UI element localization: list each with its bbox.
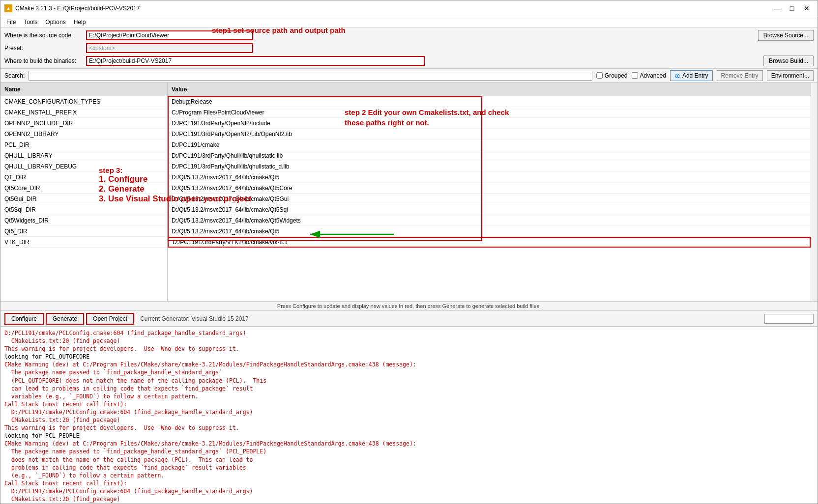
build-row: Where to build the binaries: Browse Buil… bbox=[4, 56, 814, 66]
table-row-value-8[interactable]: D:/Qt/5.13.2/msvc2017_64/lib/cmake/Qt5Co… bbox=[168, 183, 811, 194]
table-row-name-4[interactable]: PCL_DIR bbox=[0, 140, 167, 150]
table-row-value-7[interactable]: D:/Qt/5.13.2/msvc2017_64/lib/cmake/Qt5 bbox=[168, 172, 811, 183]
output-line: can lead to problems in calling code tha… bbox=[4, 385, 814, 392]
grouped-checkbox-group: Grouped bbox=[596, 72, 628, 79]
browse-source-button[interactable]: Browse Source... bbox=[758, 30, 814, 41]
build-input[interactable] bbox=[86, 56, 425, 66]
output-line: variables (e.g., `_FOUND`) to follow a c… bbox=[4, 392, 814, 400]
preset-row: Preset: bbox=[4, 43, 814, 54]
output-search-input[interactable] bbox=[764, 314, 814, 324]
output-line: CMake Warning (dev) at C:/Program Files/… bbox=[4, 440, 814, 448]
add-icon: ⊕ bbox=[674, 72, 680, 80]
table-row-name-8[interactable]: Qt5Core_DIR bbox=[0, 183, 167, 194]
app-icon: ▲ bbox=[4, 4, 12, 12]
maximize-button[interactable]: □ bbox=[785, 3, 799, 14]
build-label: Where to build the binaries: bbox=[4, 57, 83, 64]
source-row: Where is the source code: Browse Source.… bbox=[4, 30, 814, 41]
environment-button[interactable]: Environment... bbox=[767, 70, 814, 81]
title-bar-left: ▲ CMake 3.21.3 - E:/QtProject/build-PCV-… bbox=[4, 4, 140, 12]
output-line: Call Stack (most recent call first): bbox=[4, 479, 814, 487]
generator-label: Current Generator: Visual Studio 15 2017 bbox=[140, 315, 249, 322]
table-row-value-2[interactable]: D:/PCL191/3rdParty/OpenNI2/Include bbox=[168, 118, 811, 129]
remove-entry-button[interactable]: Remove Entry bbox=[717, 70, 763, 81]
main-area: Name CMAKE_CONFIGURATION_TYPESCMAKE_INST… bbox=[0, 83, 818, 504]
table-row-value-1[interactable]: C:/Program Files/PointCloudViewer bbox=[168, 107, 811, 118]
output-line: CMakeLists.txt:20 (find_package) bbox=[4, 337, 814, 345]
table-row-value-4[interactable]: D:/PCL191/cmake bbox=[168, 140, 811, 150]
output-line: (PCL_OUTOFCORE) does not match the name … bbox=[4, 377, 814, 385]
status-bar: Press Configure to update and display ne… bbox=[0, 301, 818, 311]
bottom-toolbar: Configure Generate Open Project Current … bbox=[0, 311, 818, 327]
output-line: CMakeLists.txt:20 (find_package) bbox=[4, 495, 814, 503]
output-area: D:/PCL191/cmake/PCLConfig.cmake:604 (fin… bbox=[0, 327, 818, 504]
table-row-name-2[interactable]: OPENNI2_INCLUDE_DIR bbox=[0, 118, 167, 129]
window-title: CMake 3.21.3 - E:/QtProject/build-PCV-VS… bbox=[15, 5, 140, 12]
toolbar: Where is the source code: Browse Source.… bbox=[0, 28, 818, 69]
table-row-name-12[interactable]: Qt5_DIR bbox=[0, 226, 167, 237]
table-row-name-1[interactable]: CMAKE_INSTALL_PREFIX bbox=[0, 107, 167, 118]
table-row-value-9[interactable]: D:/Qt/5.13.2/msvc2017_64/lib/cmake/Qt5Gu… bbox=[168, 194, 811, 204]
output-line: does not match the name of the calling p… bbox=[4, 456, 814, 464]
table-row-name-13[interactable]: VTK_DIR bbox=[0, 237, 167, 248]
menu-tools[interactable]: Tools bbox=[20, 18, 41, 27]
table-row-value-12[interactable]: D:/Qt/5.13.2/msvc2017_64/lib/cmake/Qt5 bbox=[168, 226, 811, 237]
table-row-value-13[interactable]: D:/PCL191/3rdParty/VTK2/lib/cmake/vtk-8.… bbox=[168, 237, 811, 248]
table-row-value-11[interactable]: D:/Qt/5.13.2/msvc2017_64/lib/cmake/Qt5Wi… bbox=[168, 215, 811, 226]
name-header: Name bbox=[0, 83, 167, 96]
value-list: Debug;ReleaseC:/Program Files/PointCloud… bbox=[168, 96, 811, 301]
output-line: CMakeLists.txt:20 (find_package) bbox=[4, 416, 814, 424]
output-line: This warning is for project developers. … bbox=[4, 503, 814, 504]
preset-label: Preset: bbox=[4, 45, 83, 52]
open-project-button[interactable]: Open Project bbox=[86, 313, 134, 325]
output-line: The package name passed to `find_package… bbox=[4, 368, 814, 376]
configure-button[interactable]: Configure bbox=[4, 313, 44, 325]
grouped-label: Grouped bbox=[605, 72, 628, 79]
value-header: Value bbox=[168, 83, 811, 96]
grouped-checkbox[interactable] bbox=[596, 72, 603, 79]
search-bar: Search: Grouped Advanced ⊕ Add Entry Rem… bbox=[0, 69, 818, 83]
advanced-checkbox[interactable] bbox=[632, 72, 638, 79]
minimize-button[interactable]: — bbox=[770, 3, 784, 14]
source-input[interactable] bbox=[86, 30, 253, 40]
name-list: CMAKE_CONFIGURATION_TYPESCMAKE_INSTALL_P… bbox=[0, 96, 167, 301]
table-row-value-10[interactable]: D:/Qt/5.13.2/msvc2017_64/lib/cmake/Qt5Sq… bbox=[168, 204, 811, 215]
output-line: looking for PCL_PEOPLE bbox=[4, 432, 814, 440]
table-row-value-3[interactable]: D:/PCL191/3rdParty/OpenNI2/Lib/OpenNI2.l… bbox=[168, 129, 811, 140]
output-line: The package name passed to `find_package… bbox=[4, 448, 814, 455]
search-input[interactable] bbox=[29, 71, 592, 81]
output-line: D:/PCL191/cmake/PCLConfig.cmake:604 (fin… bbox=[4, 408, 814, 416]
search-label: Search: bbox=[4, 72, 25, 79]
advanced-label: Advanced bbox=[640, 72, 666, 79]
output-line: This warning is for project developers. … bbox=[4, 345, 814, 353]
scrollbar[interactable] bbox=[811, 83, 818, 301]
output-line: looking for PCL_OUTOFCORE bbox=[4, 353, 814, 361]
browse-build-button[interactable]: Browse Build... bbox=[763, 56, 814, 66]
table-row-value-5[interactable]: D:/PCL191/3rdParty/Qhull/lib/qhullstatic… bbox=[168, 150, 811, 161]
table-row-name-7[interactable]: QT_DIR bbox=[0, 172, 167, 183]
table-row-value-6[interactable]: D:/PCL191/3rdParty/Qhull/lib/qhullstatic… bbox=[168, 161, 811, 172]
preset-input[interactable] bbox=[86, 43, 253, 53]
generate-button[interactable]: Generate bbox=[46, 313, 84, 325]
table-row-name-0[interactable]: CMAKE_CONFIGURATION_TYPES bbox=[0, 96, 167, 107]
add-entry-button[interactable]: ⊕ Add Entry bbox=[670, 70, 713, 81]
window-controls: — □ ✕ bbox=[770, 3, 814, 14]
table-row-name-3[interactable]: OPENNI2_LIBRARY bbox=[0, 129, 167, 140]
output-line: D:/PCL191/cmake/PCLConfig.cmake:604 (fin… bbox=[4, 487, 814, 495]
output-line: This warning is for project developers. … bbox=[4, 424, 814, 432]
table-row-name-11[interactable]: Qt5Widgets_DIR bbox=[0, 215, 167, 226]
main-window: ▲ CMake 3.21.3 - E:/QtProject/build-PCV-… bbox=[0, 0, 818, 504]
menu-options[interactable]: Options bbox=[41, 18, 69, 27]
table-row-name-5[interactable]: QHULL_LIBRARY bbox=[0, 150, 167, 161]
advanced-checkbox-group: Advanced bbox=[632, 72, 666, 79]
table-row-value-0[interactable]: Debug;Release bbox=[168, 96, 811, 107]
menu-file[interactable]: File bbox=[2, 18, 20, 27]
close-button[interactable]: ✕ bbox=[800, 3, 814, 14]
menu-bar: File Tools Options Help bbox=[0, 16, 818, 28]
table-area: Name CMAKE_CONFIGURATION_TYPESCMAKE_INST… bbox=[0, 83, 818, 301]
menu-help[interactable]: Help bbox=[70, 18, 90, 27]
table-row-name-10[interactable]: Qt5Sql_DIR bbox=[0, 204, 167, 215]
output-line: (e.g., `_FOUND`) to follow a certain pat… bbox=[4, 472, 814, 479]
title-bar: ▲ CMake 3.21.3 - E:/QtProject/build-PCV-… bbox=[0, 0, 818, 16]
table-row-name-6[interactable]: QHULL_LIBRARY_DEBUG bbox=[0, 161, 167, 172]
table-row-name-9[interactable]: Qt5Gui_DIR bbox=[0, 194, 167, 204]
